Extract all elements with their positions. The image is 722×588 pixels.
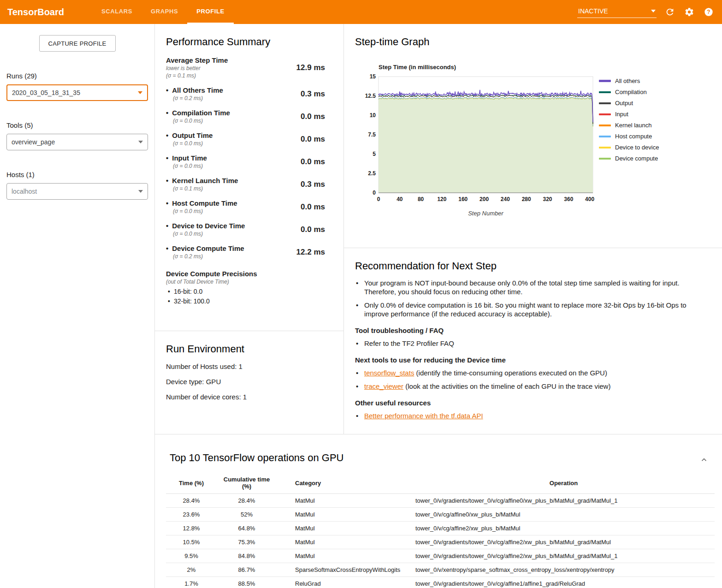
settings-button[interactable] [683, 6, 695, 18]
table-cell: 86.7% [217, 563, 277, 577]
tools-field: Tools (5) overview_page [6, 121, 148, 150]
chevron-down-icon [138, 91, 142, 94]
perf-breakdown-item: •All Others Time(σ = 0.2 ms)0.3 ms [166, 83, 325, 105]
collapse-button[interactable] [700, 456, 708, 465]
recommendation-bullets: Your program is NOT input-bound because … [355, 279, 704, 318]
tab-scalars[interactable]: SCALARS [92, 0, 142, 24]
table-cell: tower_0/v/cg/affine2/xw_plus_b/MatMul [413, 522, 715, 535]
recommendation-bullet: Only 0.0% of device computation is 16 bi… [355, 301, 704, 318]
help-button[interactable]: ? [703, 6, 715, 18]
recommendation-link[interactable]: Better performance with the tf.data API [364, 412, 483, 420]
recommendation-link[interactable]: trace_viewer [364, 382, 403, 390]
table-cell: ReluGrad [277, 577, 413, 588]
status-dropdown[interactable]: INACTIVE [577, 6, 657, 18]
performance-summary-title: Performance Summary [166, 36, 325, 48]
table-cell: 88.5% [217, 577, 277, 588]
svg-text:5: 5 [373, 151, 376, 157]
chevron-up-icon [700, 456, 708, 464]
legend-label: All others [615, 77, 640, 84]
hosts-value: localhost [12, 188, 37, 195]
svg-text:?: ? [707, 9, 710, 15]
precisions-list: 16-bit: 0.032-bit: 100.0 [168, 288, 325, 305]
capture-profile-button[interactable]: CAPTURE PROFILE [39, 35, 116, 52]
run-environment-section: Run Environment Number of Hosts used: 1D… [155, 331, 343, 419]
chevron-down-icon [651, 10, 656, 12]
table-cell: 23.6% [166, 508, 217, 522]
runs-dropdown[interactable]: 2020_03_05_18_31_35 [6, 84, 148, 101]
recommendation-item: Refer to the TF2 Profiler FAQ [355, 339, 704, 348]
legend-swatch [599, 147, 611, 148]
hosts-field: Hosts (1) localhost [6, 171, 148, 200]
legend-label: Host compute [615, 133, 652, 140]
legend-label: Output [615, 100, 633, 107]
device-compute-precisions: Device Compute Precisions (out of Total … [166, 270, 325, 305]
legend-label: Kernel launch [615, 122, 652, 129]
legend-label: Compilation [615, 89, 647, 95]
table-cell: 12.8% [166, 522, 217, 535]
tab-profile[interactable]: PROFILE [187, 0, 234, 24]
average-step-time-value: 12.9 ms [296, 63, 325, 72]
legend-item: Input [599, 111, 659, 118]
recommendation-item: tensorflow_stats (identify the time-cons… [355, 368, 704, 377]
chevron-down-icon [138, 141, 143, 143]
recommendation-link[interactable]: tensorflow_stats [364, 369, 414, 377]
table-cell: 75.3% [217, 535, 277, 549]
table-cell: tower_0/v/gradients/tower_0/v/cg/affine2… [413, 549, 715, 563]
average-step-time-note: lower is better [166, 65, 228, 71]
legend-item: Device compute [599, 155, 659, 162]
table-cell: SparseSoftmaxCrossEntropyWithLogits [277, 563, 413, 577]
table-cell: 1.7% [166, 577, 217, 588]
environment-line: Number of Hosts used: 1 [166, 362, 332, 370]
legend-item: Host compute [599, 133, 659, 140]
table-cell: MatMul [277, 522, 413, 535]
legend-label: Device to device [615, 144, 659, 151]
recommendation-item: Better performance with the tf.data API [355, 411, 704, 420]
main-content: Performance Summary Average Step Time lo… [154, 24, 722, 588]
average-step-time-row: Average Step Time lower is better (σ = 0… [166, 54, 325, 83]
top-ops-section: Top 10 TensorFlow operations on GPU Time… [155, 434, 722, 588]
legend-swatch [599, 91, 611, 93]
table-row: 2%86.7%SparseSoftmaxCrossEntropyWithLogi… [166, 563, 715, 577]
column-header: Operation [413, 472, 715, 494]
topbar-actions: INACTIVE ? [577, 0, 722, 24]
table-cell: tower_0/v/xentropy/sparse_softmax_cross_… [413, 563, 715, 577]
average-step-time-label: Average Step Time [166, 56, 228, 64]
legend-swatch [599, 125, 611, 126]
environment-line: Device type: GPU [166, 378, 332, 386]
hosts-dropdown[interactable]: localhost [6, 183, 148, 200]
runs-value: 2020_03_05_18_31_35 [12, 89, 80, 96]
tools-dropdown[interactable]: overview_page [6, 134, 148, 150]
table-cell: 28.4% [217, 494, 277, 508]
svg-text:2.5: 2.5 [368, 170, 376, 177]
table-cell: tower_0/v/gradients/tower_0/v/cg/affine1… [413, 577, 715, 588]
legend-swatch [599, 102, 611, 104]
svg-text:7.5: 7.5 [368, 131, 376, 138]
chart-legend: All othersCompilationOutputInputKernel l… [599, 64, 659, 217]
runs-field: Runs (29) 2020_03_05_18_31_35 [6, 72, 148, 101]
refresh-button[interactable] [664, 6, 676, 18]
legend-item: Device to device [599, 144, 659, 151]
recommendation-section: Recommendation for Next Step Your progra… [344, 248, 722, 434]
svg-text:160: 160 [458, 196, 468, 202]
perf-breakdown-item: •Input Time(σ = 0.0 ms)0.0 ms [166, 150, 325, 173]
recommendation-heading: Other useful resources [355, 399, 704, 407]
gear-icon [684, 7, 694, 17]
svg-text:0: 0 [377, 196, 380, 202]
chart-x-axis-label: Step Number [379, 210, 593, 217]
table-cell: MatMul [277, 508, 413, 522]
app-title: TensorBoard [0, 0, 92, 24]
top-ops-title: Top 10 TensorFlow operations on GPU [170, 452, 720, 464]
svg-text:400: 400 [585, 196, 594, 202]
perf-breakdown-item: •Kernel Launch Time(σ = 0.1 ms)0.3 ms [166, 173, 325, 196]
tab-graphs[interactable]: GRAPHS [142, 0, 187, 24]
step-time-area-chart: 02.557.51012.515040801201602002402803203… [362, 74, 595, 204]
hosts-label: Hosts (1) [6, 171, 148, 178]
perf-breakdown-item: •Device to Device Time(σ = 0.0 ms)0.0 ms [166, 218, 325, 241]
legend-item: Compilation [599, 89, 659, 95]
svg-text:320: 320 [543, 196, 552, 202]
performance-breakdown-list: •All Others Time(σ = 0.2 ms)0.3 ms•Compi… [166, 83, 325, 263]
svg-text:120: 120 [437, 196, 446, 202]
svg-text:12.5: 12.5 [365, 93, 376, 99]
precisions-subtitle: (out of Total Device Time) [166, 279, 325, 285]
table-cell: 84.8% [217, 549, 277, 563]
